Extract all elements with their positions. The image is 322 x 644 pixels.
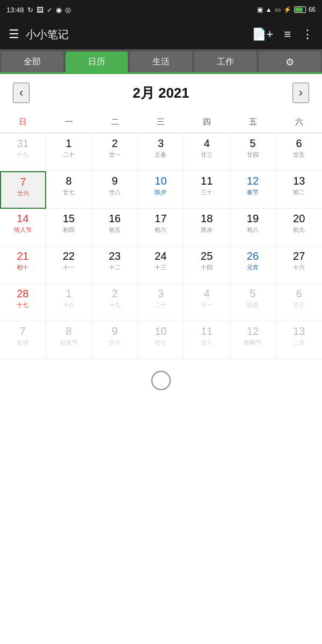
status-right: ▣ ▲ ▭ ⚡ 66 [257, 6, 316, 13]
calendar-cell[interactable]: 10廿七 [138, 321, 184, 359]
calendar-cell[interactable]: 15初四 [46, 209, 92, 246]
day-sublabel: 妇女节 [60, 339, 78, 347]
day-sublabel: 十四 [201, 264, 213, 272]
day-number: 5 [250, 287, 255, 300]
calendar-cell[interactable]: 13初二 [276, 171, 322, 209]
day-number: 10 [155, 325, 166, 338]
day-number: 25 [201, 250, 213, 262]
calendar-cell[interactable]: 6廿五 [276, 134, 322, 171]
day-number: 21 [17, 250, 28, 262]
calendar-cell[interactable]: 18雨水 [184, 209, 230, 246]
day-number: 6 [296, 137, 302, 150]
more-options-icon[interactable]: ⋮ [302, 27, 313, 41]
weekday-mon: 一 [46, 115, 92, 129]
day-sublabel: 三十 [201, 188, 213, 196]
calendar-cell[interactable]: 13二月 [276, 321, 322, 359]
day-number: 15 [63, 212, 75, 225]
day-number: 19 [247, 212, 259, 225]
calendar-cell[interactable]: 12植树节 [230, 321, 276, 359]
day-number: 5 [250, 137, 255, 150]
calendar-cell[interactable]: 3二十 [138, 284, 184, 321]
screen-icon: ▭ [275, 6, 281, 13]
calendar-cell[interactable]: 20初九 [276, 209, 322, 246]
calendar-cell[interactable]: 1二十 [46, 134, 92, 171]
calendar-cell[interactable]: 2廿一 [92, 134, 138, 171]
calendar-cell[interactable]: 14情人节 [0, 209, 46, 246]
weekday-sun: 日 [0, 115, 46, 129]
calendar-cell[interactable]: 5廿四 [230, 134, 276, 171]
battery-icon [294, 6, 306, 13]
calendar-cell[interactable]: 11廿八 [184, 321, 230, 359]
weekday-wed: 三 [138, 115, 184, 129]
home-button[interactable] [151, 371, 171, 390]
calendar-cell[interactable]: 1十八 [46, 284, 92, 321]
calendar-cell[interactable]: 27十六 [276, 246, 322, 284]
tab-calendar[interactable]: 日历 [65, 52, 128, 72]
day-sublabel: 廿一 [201, 301, 213, 309]
calendar-cell[interactable]: 12春节 [230, 171, 276, 209]
day-number: 31 [17, 137, 28, 150]
day-number: 26 [247, 250, 259, 262]
day-number: 3 [158, 287, 164, 300]
status-left: 13:48 ↻ 🖼 ✓ ◉ ◎ [6, 6, 71, 14]
tab-all[interactable]: 全部 [1, 52, 63, 72]
day-sublabel: 植树节 [244, 339, 261, 347]
add-note-icon[interactable]: 📄+ [252, 27, 273, 41]
calendar-cell[interactable]: 31十九 [0, 134, 46, 171]
day-number: 24 [155, 250, 166, 262]
day-number: 7 [20, 175, 26, 188]
calendar-cell[interactable]: 4廿三 [184, 134, 230, 171]
day-number: 9 [112, 325, 118, 338]
day-sublabel: 惊蛰 [247, 301, 259, 309]
day-number: 12 [247, 325, 259, 338]
calendar-cell[interactable]: 7廿四 [0, 321, 46, 359]
tab-settings[interactable]: ⚙ [259, 52, 321, 72]
hamburger-menu[interactable]: ☰ [9, 27, 19, 41]
day-number: 9 [112, 174, 118, 187]
calendar-cell[interactable]: 10除夕 [138, 171, 184, 209]
day-number: 8 [66, 174, 72, 187]
calendar-cell[interactable]: 6廿三 [276, 284, 322, 321]
calendar-cell[interactable]: 19初八 [230, 209, 276, 246]
day-number: 1 [66, 137, 72, 150]
calendar-cell[interactable]: 26元宵 [230, 246, 276, 284]
list-view-icon[interactable]: ≡ [284, 27, 291, 41]
day-sublabel: 廿六 [17, 189, 29, 197]
calendar-cell[interactable]: 22十一 [46, 246, 92, 284]
calendar-cell[interactable]: 9廿六 [92, 321, 138, 359]
day-number: 22 [63, 250, 75, 262]
day-sublabel: 十七 [17, 301, 28, 309]
check-icon: ✓ [47, 6, 53, 14]
calendar-cell[interactable]: 7廿六 [0, 171, 46, 209]
tab-life[interactable]: 生活 [130, 52, 192, 72]
tab-work[interactable]: 工作 [194, 52, 257, 72]
calendar-cell[interactable]: 21初十 [0, 246, 46, 284]
calendar-cell[interactable]: 8廿七 [46, 171, 92, 209]
status-bar: 13:48 ↻ 🖼 ✓ ◉ ◎ ▣ ▲ ▭ ⚡ 66 [0, 0, 322, 19]
calendar-cell[interactable]: 11三十 [184, 171, 230, 209]
calendar-cell[interactable]: 8妇女节 [46, 321, 92, 359]
calendar-cell[interactable]: 4廿一 [184, 284, 230, 321]
calendar-cell[interactable]: 5惊蛰 [230, 284, 276, 321]
prev-month-button[interactable]: ‹ [13, 83, 30, 103]
day-sublabel: 初六 [155, 226, 166, 234]
day-number: 2 [112, 137, 118, 150]
calendar-cell[interactable]: 16初五 [92, 209, 138, 246]
calendar-cell[interactable]: 9廿八 [92, 171, 138, 209]
day-sublabel: 元宵 [247, 264, 259, 272]
day-sublabel: 廿四 [247, 151, 259, 159]
day-number: 14 [17, 212, 28, 225]
next-month-button[interactable]: › [292, 83, 309, 103]
calendar-cell[interactable]: 24十三 [138, 246, 184, 284]
battery-level: 66 [309, 6, 316, 13]
image-icon: 🖼 [36, 6, 43, 14]
day-sublabel: 初八 [247, 226, 259, 234]
calendar-cell[interactable]: 17初六 [138, 209, 184, 246]
day-number: 16 [109, 212, 121, 225]
calendar-cell[interactable]: 23十二 [92, 246, 138, 284]
calendar-cell[interactable]: 2十九 [92, 284, 138, 321]
calendar-cell[interactable]: 25十四 [184, 246, 230, 284]
calendar-cell[interactable]: 3立春 [138, 134, 184, 171]
day-number: 13 [293, 174, 305, 187]
calendar-cell[interactable]: 28十七 [0, 284, 46, 321]
